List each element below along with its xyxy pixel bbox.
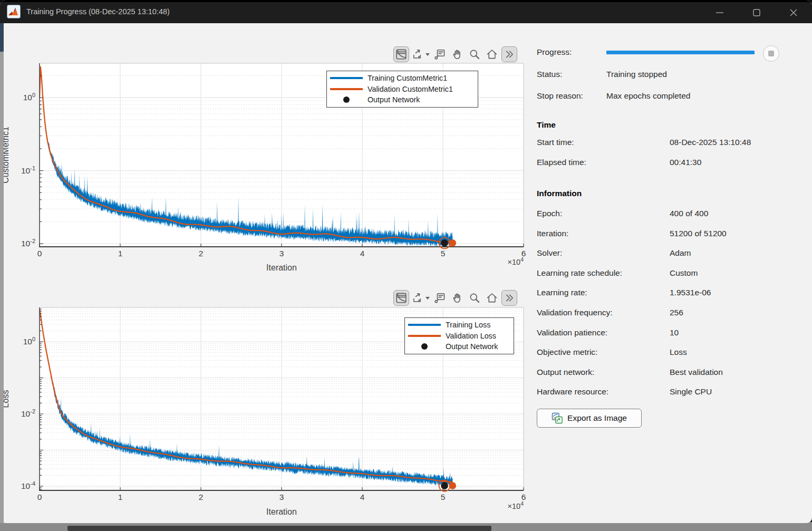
restore-view-button[interactable] [484, 46, 500, 62]
x-tick-label: 5 [441, 249, 446, 258]
minimize-button[interactable] [708, 4, 731, 21]
legend-item: Output Network [408, 341, 509, 352]
stop-reason-value: Max epochs completed [606, 91, 690, 101]
restore-view-icon [486, 48, 498, 61]
start-time-label: Start time: [537, 138, 574, 147]
data-tips-icon [433, 292, 446, 304]
expand-toolbar-icon [503, 48, 516, 61]
export-plot-button[interactable] [411, 290, 430, 306]
background-window-edge [0, 23, 4, 52]
export-plot-icon [411, 48, 424, 61]
zoom-icon [468, 48, 481, 61]
chart-options-button[interactable] [393, 46, 409, 62]
expand-toolbar-icon [503, 292, 516, 304]
info-value: 51200 of 51200 [670, 229, 727, 238]
titlebar[interactable]: Training Progress (08-Dec-2025 13:10:48) [0, 0, 812, 23]
window-title: Training Progress (08-Dec-2025 13:10:48) [26, 7, 170, 16]
output-network-dot-swatch [343, 96, 350, 103]
metric-legend: Training CustomMetric1 Validation Custom… [326, 71, 478, 108]
info-label: Hardware resource: [537, 387, 608, 397]
y-tick-label: 100 [23, 92, 35, 102]
y-tick-label: 10-4 [21, 480, 35, 490]
status-value: Training stopped [606, 70, 667, 79]
export-button-label: Export as Image [567, 413, 627, 423]
time-section-header: Time [537, 120, 556, 130]
output-network-dot-swatch [421, 343, 428, 350]
elapsed-time-label: Elapsed time: [537, 158, 586, 167]
pan-button[interactable] [449, 46, 465, 62]
data-tips-button[interactable] [432, 290, 448, 306]
progress-bar-fill [606, 51, 755, 54]
chart-options-button[interactable] [393, 290, 409, 306]
expand-toolbar-button[interactable] [501, 290, 517, 306]
close-button[interactable] [782, 4, 805, 21]
expand-toolbar-button[interactable] [501, 46, 517, 62]
export-plot-button[interactable] [411, 46, 430, 62]
metric-chart-toolbar [393, 45, 517, 63]
legend-item: Training Loss [408, 320, 509, 331]
maximize-icon [753, 9, 760, 16]
export-image-icon [552, 412, 563, 424]
legend-label: Validation Loss [446, 332, 496, 340]
x-tick-label: 0 [37, 249, 42, 258]
horizontal-scrollbar-thumb[interactable] [67, 526, 491, 531]
export-as-image-button[interactable]: Export as Image [537, 409, 642, 428]
minimize-icon [716, 9, 723, 16]
pan-button[interactable] [449, 290, 465, 306]
legend-item: Validation Loss [408, 331, 509, 342]
training-info-panel: Progress: Status: Training stopped Stop … [537, 23, 808, 523]
progress-label: Progress: [537, 47, 572, 57]
background-window-edge [0, 52, 4, 523]
x-tick-label: 3 [279, 249, 284, 258]
validation-line-swatch [408, 335, 441, 337]
validation-line-swatch [330, 88, 363, 90]
maximize-button[interactable] [745, 4, 768, 21]
info-label: Learning rate schedule: [537, 268, 622, 278]
legend-label: Training Loss [446, 321, 490, 329]
stop-training-button[interactable] [763, 45, 779, 62]
y-tick-label: 100 [23, 336, 35, 346]
x-tick-label: 4 [360, 493, 365, 501]
info-label: Objective metric: [537, 347, 597, 357]
final-validation-marker [449, 482, 457, 489]
info-value: 10 [670, 328, 679, 337]
legend-label: Validation CustomMetric1 [368, 85, 453, 93]
output-network-marker [441, 482, 448, 489]
final-validation-marker [449, 239, 457, 247]
x-axis-scale-label: ×104 [508, 500, 524, 510]
export-plot-icon [411, 292, 424, 304]
dropdown-caret-icon [426, 297, 430, 300]
zoom-button[interactable] [467, 46, 482, 62]
x-tick-label: 4 [360, 249, 365, 258]
info-label: Solver: [537, 248, 562, 258]
info-value: 400 of 400 [670, 209, 708, 218]
legend-item: Training CustomMetric1 [330, 73, 473, 84]
training-progress-window: Training Progress (08-Dec-2025 13:10:48)… [0, 0, 812, 523]
info-label: Validation patience: [537, 328, 607, 337]
info-value: 256 [670, 308, 683, 317]
info-value: Adam [670, 248, 691, 258]
restore-view-button[interactable] [484, 290, 500, 306]
x-tick-label: 5 [441, 493, 446, 501]
info-value: Best validation [670, 368, 723, 377]
x-tick-label: 1 [118, 493, 123, 501]
information-section-header: Information [537, 189, 582, 198]
x-axis-title: Iteration [266, 263, 297, 272]
pan-icon [451, 292, 463, 304]
info-label: Learning rate: [537, 288, 587, 297]
status-label: Status: [537, 70, 562, 79]
info-label: Output network: [537, 368, 594, 377]
stop-icon [768, 51, 774, 56]
output-network-marker [441, 239, 448, 247]
matlab-logo-icon [7, 5, 21, 18]
zoom-button[interactable] [467, 290, 482, 306]
dropdown-caret-icon [426, 53, 430, 56]
data-tips-button[interactable] [432, 46, 448, 62]
training-line-swatch [330, 77, 363, 79]
info-value: 1.9531e-06 [670, 288, 711, 297]
info-value: Single CPU [670, 387, 712, 397]
info-value: Custom [670, 268, 698, 278]
close-icon [790, 9, 797, 16]
legend-label: Output Network [446, 342, 498, 351]
info-label: Validation frequency: [537, 308, 613, 317]
